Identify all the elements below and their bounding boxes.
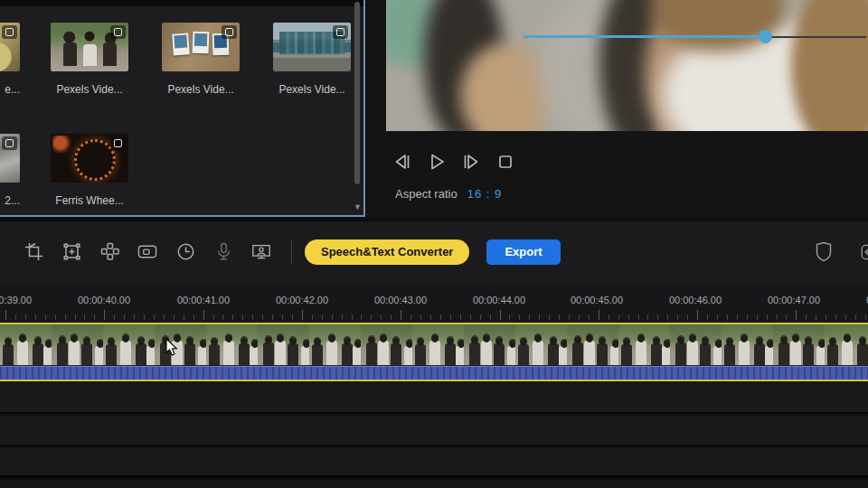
mask-icon[interactable]: [137, 242, 157, 262]
screen-presenter-icon[interactable]: [251, 242, 271, 262]
timeline-track-3: [0, 416, 868, 446]
media-item-label: Pexels Vide...: [162, 83, 240, 96]
transport-controls: [391, 149, 517, 174]
previous-frame-button[interactable]: [391, 150, 414, 174]
collapse-arrow-icon[interactable]: [861, 242, 868, 262]
video-thumbnail[interactable]: [273, 23, 351, 71]
clip-audio-band: [0, 366, 868, 380]
ruler-timestamp: 00:00:45.00: [571, 295, 623, 305]
ruler-timestamp: 00:00:42.00: [276, 295, 328, 305]
preview-panel: Aspect ratio16 : 9: [367, 0, 868, 217]
microphone-icon[interactable]: [213, 242, 233, 262]
video-thumbnail[interactable]: [162, 23, 240, 71]
media-item-pexels-3[interactable]: Pexels Vide...: [273, 23, 353, 96]
clip-filmstrip: [0, 324, 868, 365]
transform-icon[interactable]: [61, 242, 81, 262]
scrollbar-thumb[interactable]: [354, 2, 360, 184]
media-item-pexels-1[interactable]: Pexels Vide...: [51, 23, 130, 96]
tool-icon-group: [24, 242, 271, 262]
timeline-bottom-strip: [0, 481, 868, 488]
speed-clock-icon[interactable]: [175, 242, 195, 262]
media-item-partial-2[interactable]: 2...: [0, 134, 22, 207]
preview-video[interactable]: [386, 0, 868, 131]
aspect-ratio-row: Aspect ratio16 : 9: [395, 187, 502, 201]
video-editor-app: e... Pexels Vide... Pexels Vide... Pexel…: [0, 0, 868, 488]
clip-badge-icon: [2, 25, 17, 39]
toolbar-divider: [291, 240, 292, 264]
media-item-pexels-2[interactable]: Pexels Vide...: [162, 23, 241, 96]
export-button[interactable]: Export: [486, 239, 560, 265]
crop-icon[interactable]: [24, 242, 43, 262]
ruler-timestamp: 00:00:40.00: [78, 295, 130, 305]
next-frame-button[interactable]: [459, 150, 483, 174]
ruler-timestamp: 00:00:47.00: [768, 295, 820, 305]
timeline-ruler[interactable]: 00:00:39.00 00:00:40.00 00:00:41.00 00:0…: [0, 282, 868, 323]
shield-icon[interactable]: [814, 242, 834, 262]
media-item-ferris-wheel[interactable]: Ferris Whee...: [51, 134, 130, 207]
play-button[interactable]: [425, 150, 448, 174]
ruler-timestamp: 00:00:44.00: [473, 295, 525, 305]
aspect-ratio-value[interactable]: 16 : 9: [467, 187, 503, 201]
media-item-label: e...: [0, 83, 20, 96]
stop-button[interactable]: [494, 150, 517, 174]
toolbar-right-icons: [814, 242, 868, 262]
video-thumbnail[interactable]: [0, 134, 20, 183]
timeline-track-2: [0, 381, 868, 414]
aspect-ratio-label: Aspect ratio: [395, 187, 458, 201]
ruler-timestamp: 00:00:39.00: [0, 295, 32, 305]
timeline-video-clip[interactable]: [0, 323, 868, 381]
video-thumbnail[interactable]: [51, 23, 128, 71]
media-panel-top-edge: [0, 0, 363, 6]
clip-badge-icon: [333, 25, 348, 39]
clip-badge-icon: [2, 136, 17, 150]
ruler-timestamp: 00:00:46.00: [669, 295, 722, 305]
media-scrollbar[interactable]: ▼: [354, 0, 361, 215]
seek-handle[interactable]: [759, 30, 772, 43]
seek-progress: [524, 35, 763, 38]
speech-text-converter-button[interactable]: Speech&Text Converter: [305, 239, 469, 265]
media-item-label: Ferris Whee...: [51, 194, 128, 207]
media-item-label: Pexels Vide...: [273, 83, 351, 96]
split-screen-icon[interactable]: [99, 242, 119, 262]
ruler-timestamp: 00:00:43.00: [374, 295, 427, 305]
media-item-label: 2...: [0, 194, 20, 207]
timeline-toolbar: Speech&Text Converter Export: [0, 219, 868, 282]
scrollbar-down-arrow-icon[interactable]: ▼: [354, 202, 362, 211]
timeline-track-4: [0, 448, 868, 478]
player-seek-slider[interactable]: [524, 30, 866, 44]
clip-badge-icon: [222, 25, 237, 39]
clip-badge-icon: [110, 136, 126, 150]
media-library-panel: e... Pexels Vide... Pexels Vide... Pexel…: [0, 0, 365, 217]
video-thumbnail[interactable]: [0, 23, 20, 71]
clip-badge-icon: [110, 25, 126, 39]
ruler-timestamp: 00:00:41.00: [177, 295, 230, 305]
media-item-label: Pexels Vide...: [51, 83, 128, 96]
video-thumbnail[interactable]: [51, 134, 128, 183]
media-item-partial-1[interactable]: e...: [0, 23, 22, 96]
